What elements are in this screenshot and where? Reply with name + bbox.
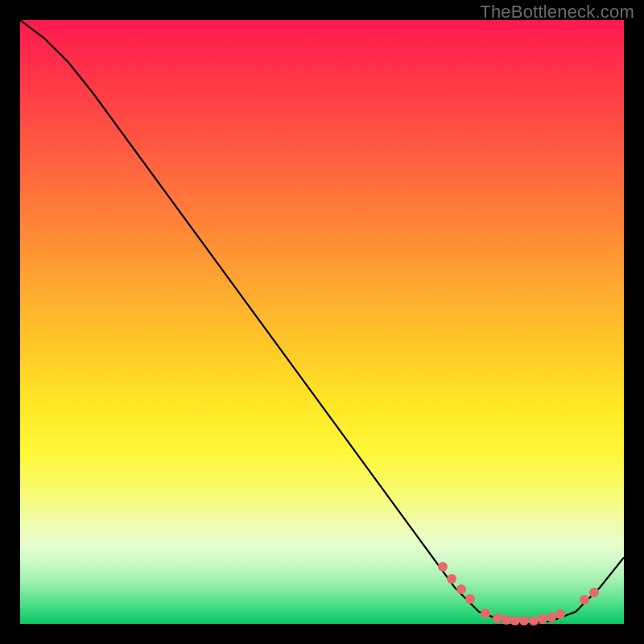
sample-dot xyxy=(519,616,529,625)
sample-dot xyxy=(493,613,502,623)
sample-dot xyxy=(456,584,466,594)
plot-area xyxy=(20,20,624,624)
sample-dot xyxy=(510,616,520,625)
sample-dot xyxy=(547,613,556,622)
sample-dot xyxy=(580,595,589,605)
sample-dot xyxy=(555,609,565,619)
sample-dot xyxy=(447,574,456,584)
sample-dot xyxy=(529,616,539,625)
chart-frame: TheBottleneck.com xyxy=(0,0,644,644)
watermark-text: TheBottleneck.com xyxy=(480,2,634,23)
sample-dot xyxy=(481,609,490,618)
sample-dot xyxy=(502,615,511,625)
sample-dot xyxy=(538,614,547,624)
sample-dot xyxy=(438,562,448,572)
sample-dot xyxy=(465,594,475,604)
sample-dot xyxy=(589,588,599,597)
sample-dots-layer xyxy=(20,20,624,624)
